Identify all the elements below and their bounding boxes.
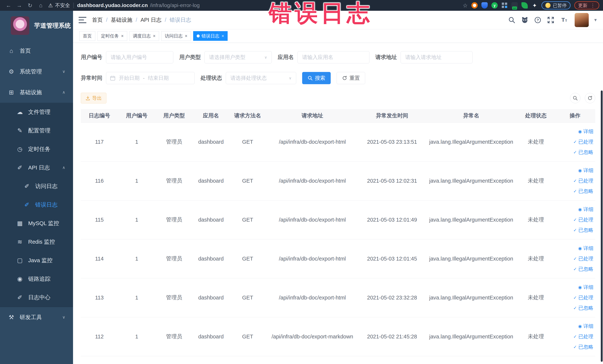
- table-cell: dashboard: [193, 317, 229, 356]
- app-name-input[interactable]: [298, 51, 370, 63]
- scrollbar-thumb[interactable]: [601, 91, 603, 362]
- address-bar[interactable]: ⚠ 不安全 dashboard.yudao.iocoder.cn/infra/l…: [48, 2, 200, 9]
- action-已处理[interactable]: ✓已处理: [573, 216, 593, 223]
- sidebar-item-api-log[interactable]: ✐API 日志∧: [0, 158, 73, 177]
- extension-on-badge-icon[interactable]: [511, 2, 518, 9]
- action-已忽略[interactable]: ✓已忽略: [573, 149, 593, 156]
- action-已忽略[interactable]: ✓已忽略: [573, 227, 593, 234]
- not-secure-warning-icon[interactable]: ⚠: [48, 2, 53, 9]
- close-tab-icon[interactable]: ×: [121, 33, 124, 39]
- error-time-range-picker[interactable]: 开始日期 - 结束日期: [106, 72, 195, 84]
- sidebar-item-access-log[interactable]: ✐访问日志: [0, 177, 73, 195]
- export-button[interactable]: 导出: [81, 93, 106, 104]
- action-详细[interactable]: ◉详细: [578, 128, 593, 135]
- breadcrumb-item[interactable]: 首页: [92, 16, 103, 24]
- browser-update-button[interactable]: 更新 ⋮: [574, 1, 599, 10]
- bookmark-star-icon[interactable]: ☆: [463, 2, 468, 9]
- sidebar-item-mysql-monitor[interactable]: ▦MySQL 监控: [0, 214, 73, 233]
- tab-首页[interactable]: 首页: [79, 31, 95, 41]
- action-已忽略[interactable]: ✓已忽略: [573, 344, 593, 350]
- github-icon[interactable]: [521, 16, 529, 24]
- sidebar-item-trace[interactable]: ◉链路追踪: [0, 270, 73, 288]
- request-url-label: 请求地址: [375, 54, 397, 61]
- close-tab-icon[interactable]: ×: [153, 33, 156, 39]
- close-tab-icon[interactable]: ×: [221, 33, 224, 39]
- chevron-down-icon: ∨: [264, 55, 267, 59]
- action-详细[interactable]: ◉详细: [578, 323, 593, 329]
- sidebar-item-infrastructure[interactable]: ⊞基础设施∧: [0, 82, 73, 103]
- sidebar: 芋道管理系统 ⌂首页⚙系统管理∨⊞基础设施∧☁文件管理✎配置管理◷定时任务✐AP…: [0, 11, 73, 364]
- reset-button[interactable]: 重置: [337, 72, 365, 84]
- tab-访问日志[interactable]: 访问日志×: [161, 31, 191, 41]
- collapse-sidebar-icon[interactable]: [79, 17, 86, 23]
- extension-pinwheel-icon[interactable]: ✦: [532, 2, 538, 9]
- tab-调度日志[interactable]: 调度日志×: [129, 31, 159, 41]
- user-avatar[interactable]: [575, 13, 589, 27]
- action-已处理[interactable]: ✓已处理: [573, 294, 593, 301]
- reload-icon[interactable]: ↻: [25, 2, 35, 9]
- request-url-input[interactable]: [401, 51, 473, 63]
- user-type-select[interactable]: 请选择用户类型 ∨: [204, 51, 272, 63]
- action-已处理[interactable]: ✓已处理: [573, 177, 593, 184]
- action-已处理[interactable]: ✓已处理: [573, 139, 593, 145]
- search-button[interactable]: 搜索: [302, 72, 331, 84]
- action-已处理[interactable]: ✓已处理: [573, 333, 593, 340]
- profile-paused-chip[interactable]: 已暂停: [542, 1, 570, 10]
- font-size-icon[interactable]: TT: [560, 16, 568, 24]
- home-icon[interactable]: ⌂: [36, 2, 46, 9]
- action-详细[interactable]: ◉详细: [578, 245, 593, 252]
- sidebar-item-java-monitor[interactable]: ▢Java 监控: [0, 251, 73, 270]
- fullscreen-icon[interactable]: [547, 16, 555, 24]
- sidebar-item-scheduled-tasks[interactable]: ◷定时任务: [0, 140, 73, 158]
- toolbar-row: 导出: [81, 93, 595, 104]
- sidebar-item-file-management[interactable]: ☁文件管理: [0, 103, 73, 121]
- toggle-search-button[interactable]: [570, 93, 580, 103]
- reset-button-label: 重置: [349, 75, 360, 82]
- sidebar-item-system-management[interactable]: ⚙系统管理∨: [0, 61, 73, 82]
- sidebar-item-config-management[interactable]: ✎配置管理: [0, 121, 73, 140]
- action-已忽略[interactable]: ✓已忽略: [573, 266, 593, 272]
- browser-menu-kebab-icon[interactable]: ⋮: [590, 3, 595, 8]
- forward-icon[interactable]: →: [14, 2, 24, 9]
- extension-blue-shield-icon[interactable]: [481, 2, 488, 9]
- sidebar-item-home[interactable]: ⌂首页: [0, 40, 73, 61]
- home-icon: ⌂: [7, 47, 16, 54]
- table-cell: GET: [229, 278, 266, 317]
- log-icon: ✐: [16, 294, 24, 301]
- sidebar-item-log-center[interactable]: ✐日志中心: [0, 288, 73, 307]
- process-status-select[interactable]: 请选择处理状态 ∨: [226, 72, 296, 84]
- action-已处理[interactable]: ✓已处理: [573, 255, 593, 262]
- table-cell: 1: [118, 122, 156, 161]
- sidebar-item-error-log[interactable]: ✐错误日志: [0, 195, 73, 214]
- extension-green-y-icon[interactable]: y: [491, 2, 498, 9]
- extension-orange-ring-icon[interactable]: [471, 2, 478, 9]
- tab-定时任务[interactable]: 定时任务×: [97, 31, 127, 41]
- sidebar-item-dev-tools[interactable]: ⚒研发工具∨: [0, 307, 73, 328]
- back-icon[interactable]: ←: [4, 2, 13, 9]
- table-cell: dashboard: [193, 161, 229, 200]
- search-icon[interactable]: [508, 16, 516, 24]
- action-已忽略[interactable]: ✓已忽略: [573, 305, 593, 311]
- action-详细[interactable]: ◉详细: [578, 167, 593, 174]
- breadcrumb-item[interactable]: 基础设施: [111, 16, 132, 24]
- tab-错误日志[interactable]: 错误日志×: [193, 31, 228, 41]
- table-row: 1161管理员dashboardGET/api/infra/db-doc/exp…: [81, 161, 595, 200]
- log-icon: ✐: [23, 201, 31, 208]
- table-cell: GET: [229, 122, 266, 161]
- close-tab-icon[interactable]: ×: [185, 33, 187, 39]
- help-icon[interactable]: ?: [534, 16, 542, 24]
- avatar-caret-down-icon[interactable]: ▾: [594, 17, 597, 23]
- table-row: 1121管理员dashboardGET/api/infra/db-doc/exp…: [81, 317, 595, 356]
- extension-leaf-icon[interactable]: [522, 2, 528, 9]
- sidebar-logo-row[interactable]: 芋道管理系统: [0, 11, 73, 40]
- action-详细[interactable]: ◉详细: [578, 284, 593, 291]
- extension-grid-icon[interactable]: [501, 2, 508, 9]
- search-icon: [308, 75, 313, 81]
- refresh-table-button[interactable]: [585, 93, 595, 103]
- user-id-input[interactable]: [106, 51, 173, 63]
- action-已忽略[interactable]: ✓已忽略: [573, 188, 593, 195]
- action-详细[interactable]: ◉详细: [578, 206, 593, 213]
- sidebar-item-redis-monitor[interactable]: ≋Redis 监控: [0, 233, 73, 251]
- table-cell-actions: ◉详细✓已处理✓已忽略: [555, 278, 595, 317]
- breadcrumb-item[interactable]: API 日志: [140, 16, 162, 24]
